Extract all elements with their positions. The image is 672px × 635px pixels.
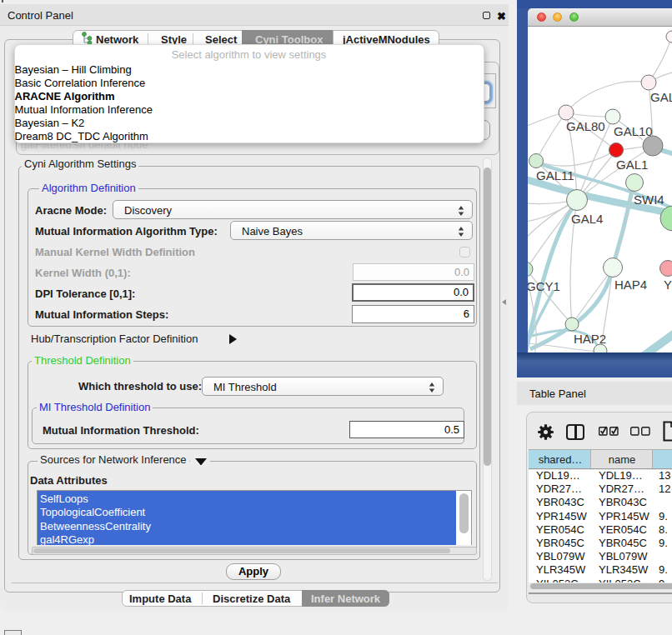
svg-text:GAL: GAL: [650, 90, 672, 104]
svg-text:GAL80: GAL80: [566, 119, 605, 133]
svg-text:GAL1: GAL1: [616, 158, 648, 172]
svg-text:Y: Y: [664, 278, 672, 292]
svg-text:GAL4: GAL4: [571, 212, 603, 226]
svg-text:GAL11: GAL11: [536, 168, 574, 182]
svg-text:HAP4: HAP4: [614, 278, 647, 292]
svg-text:SWI4: SWI4: [634, 192, 664, 207]
svg-text:HAP2: HAP2: [574, 332, 606, 346]
svg-text:GCY1: GCY1: [528, 279, 560, 293]
svg-text:GAL10: GAL10: [614, 124, 653, 138]
